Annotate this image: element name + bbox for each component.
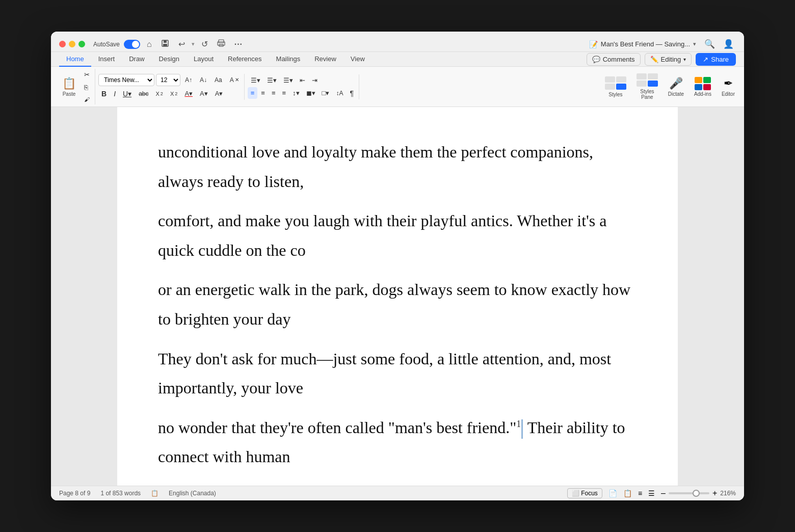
dictate-icon: 🎤 (669, 77, 683, 90)
align-left-btn[interactable]: ≡ (248, 87, 258, 99)
redo-btn[interactable]: ↺ (199, 38, 210, 50)
italic-btn[interactable]: I (111, 88, 119, 100)
tab-home[interactable]: Home (59, 52, 91, 67)
dictate-tool[interactable]: 🎤 Dictate (664, 76, 688, 98)
tab-mailings[interactable]: Mailings (269, 52, 308, 67)
para-controls: ☰▾ ☰▾ ☰▾ ⇤ ⇥ ≡ ≡ ≡ ≡ ↕▾ ◼▾ □▾ ↕A ¶ (248, 74, 357, 99)
highlight-btn[interactable]: A▾ (197, 88, 211, 99)
shading-btn[interactable]: ◼▾ (303, 87, 319, 99)
subscript-btn[interactable]: X2 (153, 89, 166, 99)
comments-btn[interactable]: 💬 Comments (587, 53, 641, 66)
home-icon-btn[interactable]: ⌂ (144, 38, 154, 50)
add-ins-tool[interactable]: Add-ins (690, 76, 716, 98)
autosave-label: AutoSave (93, 41, 120, 48)
editing-btn[interactable]: ✏️ Editing ▾ (645, 53, 692, 66)
track-changes-icon[interactable]: 📋 (151, 490, 158, 497)
undo-btn[interactable]: ↩ (176, 38, 188, 50)
title-bar-left: AutoSave ⌂ ↩ ▾ ↺ ··· (93, 38, 583, 51)
close-button[interactable] (59, 41, 66, 47)
tab-draw[interactable]: Draw (122, 52, 151, 67)
tab-review[interactable]: Review (307, 52, 343, 67)
tab-references[interactable]: References (221, 52, 269, 67)
font-color-btn[interactable]: A▾ (181, 88, 196, 99)
web-layout-btn[interactable]: ≡ (638, 489, 642, 497)
share-icon: ↗ (703, 56, 708, 63)
print-btn[interactable] (215, 38, 228, 51)
bullets-btn[interactable]: ☰▾ (248, 74, 263, 86)
format-painter-btn[interactable]: 🖌 (81, 94, 93, 104)
styles-label: Styles (608, 92, 622, 97)
zoom-percent[interactable]: 216% (720, 490, 736, 497)
paste-label: Paste (63, 91, 76, 97)
share-people-btn[interactable]: 👤 (721, 37, 736, 51)
more-btn[interactable]: ··· (232, 38, 245, 50)
focus-btn[interactable]: ⬜ Focus (567, 488, 602, 498)
svg-rect-3 (219, 40, 224, 43)
outline-btn[interactable]: ☰ (648, 489, 655, 497)
autosave-toggle[interactable] (124, 40, 140, 49)
maximize-button[interactable] (78, 41, 85, 47)
underline-btn[interactable]: U▾ (120, 88, 135, 100)
read-mode-btn[interactable]: 📄 (608, 489, 617, 497)
copy-btn[interactable]: ⎘ (81, 82, 93, 93)
decrease-indent-btn[interactable]: ⇤ (297, 74, 308, 86)
editing-arrow: ▾ (683, 57, 686, 62)
font-group: Times New... 12 A↑ A↓ Aa A✕ B I U▾ abc X… (96, 74, 245, 100)
tab-view[interactable]: View (343, 52, 372, 67)
paragraph-mark-btn[interactable]: ¶ (347, 87, 357, 99)
case-btn[interactable]: Aa (211, 74, 225, 86)
document-page[interactable]: unconditional love and loyalty make them… (117, 107, 678, 486)
undo-arrow[interactable]: ▾ (192, 41, 195, 47)
font-size-select[interactable]: 12 (156, 74, 180, 86)
superscript-btn[interactable]: X2 (167, 89, 180, 99)
language[interactable]: English (Canada) (169, 490, 216, 497)
shade-btn[interactable]: A▾ (212, 88, 226, 99)
paragraph-group: ☰▾ ☰▾ ☰▾ ⇤ ⇥ ≡ ≡ ≡ ≡ ↕▾ ◼▾ □▾ ↕A ¶ (246, 74, 359, 99)
save-icon-btn[interactable] (158, 38, 172, 51)
editor-icon: ✒ (724, 77, 733, 90)
tab-design[interactable]: Design (152, 52, 187, 67)
share-btn[interactable]: ↗ Share (696, 53, 736, 66)
clear-format-btn[interactable]: A✕ (227, 74, 242, 86)
font-family-select[interactable]: Times New... (98, 74, 154, 86)
align-center-btn[interactable]: ≡ (258, 87, 268, 99)
styles-pane-tool[interactable]: StylesPane (632, 72, 662, 101)
doc-line-1: unconditional love and loyalty make them… (158, 138, 637, 196)
justify-btn[interactable]: ≡ (279, 87, 289, 99)
title-center: 📝 Man's Best Friend — Saving... ▾ (589, 40, 696, 48)
minimize-button[interactable] (69, 41, 75, 47)
styles-pane-label: StylesPane (640, 89, 654, 100)
styles-tool[interactable]: Styles (601, 75, 630, 98)
editing-label: Editing (661, 56, 681, 63)
paste-tool[interactable]: 📋 Paste (58, 76, 80, 98)
tab-insert[interactable]: Insert (91, 52, 122, 67)
title-bar: AutoSave ⌂ ↩ ▾ ↺ ··· 📝 Man's Best Friend… (51, 32, 744, 52)
font-bottom-row: B I U▾ abc X2 X2 A▾ A▾ A▾ (98, 88, 242, 100)
title-arrow[interactable]: ▾ (693, 41, 696, 47)
bold-btn[interactable]: B (98, 88, 110, 100)
zoom-slider[interactable] (669, 492, 709, 494)
add-ins-icon (695, 77, 711, 90)
paste-group: 📋 Paste ✂ ⎘ 🖌 (56, 69, 95, 104)
font-controls: Times New... 12 A↑ A↓ Aa A✕ B I U▾ abc X… (98, 74, 242, 100)
search-btn[interactable]: 🔍 (702, 37, 717, 51)
status-right: ⬜ Focus 📄 📋 ≡ ☰ – + 216% (567, 488, 736, 498)
grow-font-btn[interactable]: A↑ (182, 74, 195, 86)
tab-layout[interactable]: Layout (187, 52, 221, 67)
document-text[interactable]: unconditional love and loyalty make them… (158, 138, 637, 486)
align-right-btn[interactable]: ≡ (269, 87, 279, 99)
editor-tool[interactable]: ✒ Editor (718, 76, 739, 98)
numbering-btn[interactable]: ☰▾ (264, 74, 280, 86)
zoom-in-btn[interactable]: + (712, 489, 717, 498)
zoom-out-btn[interactable]: – (661, 489, 666, 498)
strikethrough-btn[interactable]: abc (136, 88, 151, 99)
increase-indent-btn[interactable]: ⇥ (309, 74, 321, 86)
focus-icon: ⬜ (572, 490, 579, 497)
multilevel-btn[interactable]: ☰▾ (280, 74, 296, 86)
sort-btn[interactable]: ↕A (333, 88, 346, 99)
line-spacing-btn[interactable]: ↕▾ (289, 87, 303, 99)
print-layout-btn[interactable]: 📋 (623, 489, 632, 497)
border-btn[interactable]: □▾ (319, 87, 333, 99)
shrink-font-btn[interactable]: A↓ (197, 74, 210, 86)
cut-btn[interactable]: ✂ (81, 69, 93, 81)
